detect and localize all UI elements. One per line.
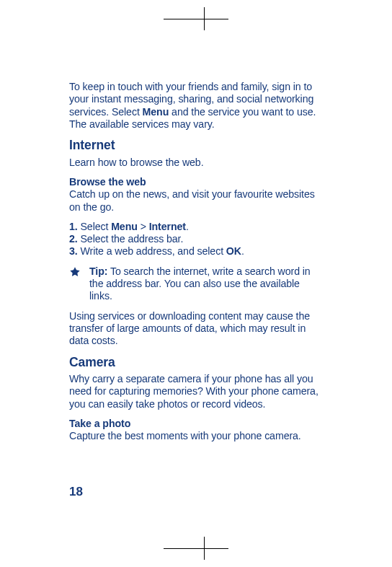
heading-browse-web: Browse the web [69, 176, 321, 188]
tip-label: Tip: [89, 265, 107, 277]
step-3: 3. Write a web address, and select OK. [69, 245, 321, 258]
step-1: 1. Select Menu > Internet. [69, 221, 321, 233]
text: . [241, 245, 244, 257]
step-2: 2. Select the address bar. [69, 233, 321, 245]
text: . [186, 221, 189, 232]
ok-label: OK [226, 245, 241, 257]
text: Write a web address, and select [78, 245, 226, 257]
tip-text: Tip: To search the internet, write a sea… [89, 265, 321, 303]
page-number: 18 [69, 485, 83, 499]
steps-list: 1. Select Menu > Internet. 2. Select the… [69, 221, 321, 258]
text: Select [78, 221, 112, 232]
paragraph-browse-intro: Catch up on the news, and visit your fav… [69, 188, 321, 214]
paragraph-take-photo-intro: Capture the best moments with your phone… [69, 430, 321, 442]
heading-camera: Camera [69, 355, 321, 370]
menu-label: Menu [111, 221, 138, 232]
heading-internet: Internet [69, 138, 321, 153]
step-number: 3. [69, 245, 78, 257]
paragraph-camera-intro: Why carry a separate camera if your phon… [69, 373, 321, 410]
text: Select the address bar. [78, 233, 184, 245]
internet-label: Internet [149, 221, 186, 232]
paragraph-data-warning: Using services or downloading content ma… [69, 310, 321, 348]
menu-label: Menu [143, 106, 169, 118]
star-icon [69, 266, 81, 278]
page-content: To keep in touch with your friends and f… [69, 81, 321, 450]
step-number: 2. [69, 233, 78, 245]
step-number: 1. [69, 221, 78, 232]
paragraph-internet-intro: Learn how to browse the web. [69, 157, 321, 169]
text: > [138, 221, 149, 232]
heading-take-photo: Take a photo [69, 418, 321, 430]
text: To search the internet, write a search w… [89, 265, 311, 302]
crop-mark-bottom [164, 537, 228, 567]
tip-block: Tip: To search the internet, write a sea… [69, 265, 321, 303]
crop-mark-top [164, 0, 228, 30]
paragraph-services: To keep in touch with your friends and f… [69, 81, 321, 131]
